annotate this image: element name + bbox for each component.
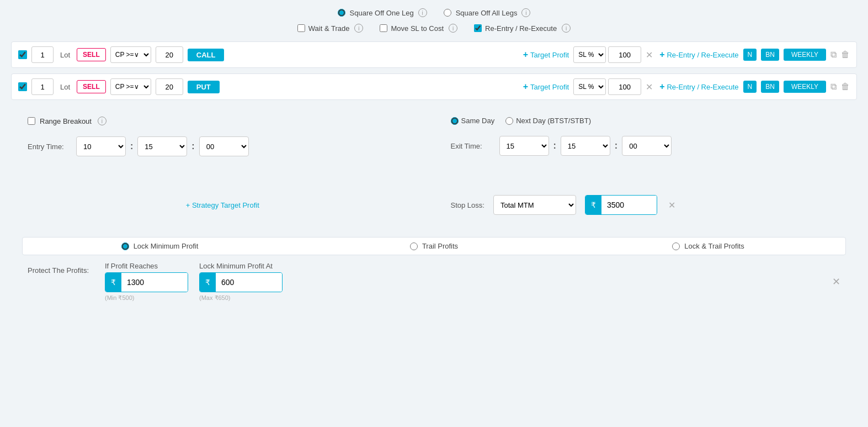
strategy-target-profit-label: + Strategy Target Profit xyxy=(186,201,259,209)
if-profit-reaches-hint: (Min ₹500) xyxy=(105,294,134,302)
exit-hour-select[interactable]: 15 09 10 11 12 13 14 16 xyxy=(499,136,549,156)
left-panel: Range Breakout i Entry Time: 10 09 11 12… xyxy=(11,106,434,173)
leg2-n-button[interactable]: N xyxy=(743,81,757,93)
leg2-lot-input[interactable] xyxy=(31,78,54,95)
next-day-text: Next Day (BTST/STBT) xyxy=(516,117,591,125)
entry-minute-select[interactable]: 15 00 05 10 20 25 30 35 40 45 50 55 xyxy=(137,136,187,156)
lock-trail-profits-radio[interactable] xyxy=(672,243,680,250)
protect-close-button[interactable]: ✕ xyxy=(832,276,840,288)
leg2-sl-close-button[interactable]: ✕ xyxy=(643,82,655,92)
square-off-all-legs-info-icon[interactable]: i xyxy=(521,8,530,17)
stop-loss-rupee-button[interactable]: ₹ xyxy=(585,196,601,214)
entry-colon-1: : xyxy=(130,141,133,151)
lock-min-profit-label[interactable]: Lock Minimum Profit xyxy=(134,242,199,250)
entry-hour-select[interactable]: 10 09 11 12 13 14 15 xyxy=(76,136,126,156)
leg2-reentry-button[interactable]: + Re-Entry / Re-Execute xyxy=(659,82,738,92)
lock-min-profit-at-rupee-button[interactable]: ₹ xyxy=(200,273,216,292)
square-off-one-leg-radio[interactable] xyxy=(338,9,345,17)
leg2-checkbox[interactable] xyxy=(18,82,27,91)
trail-profits-radio[interactable] xyxy=(410,243,418,250)
leg1-weekly-button[interactable]: WEEKLY xyxy=(784,49,826,61)
leg1-lot-input[interactable] xyxy=(31,46,54,63)
lock-min-profit-radio[interactable] xyxy=(121,243,129,250)
leg1-target-profit-button[interactable]: + Target Profit xyxy=(523,50,569,60)
leg2-lot-label: Lot xyxy=(58,83,72,91)
leg2-sl-value-input[interactable] xyxy=(608,78,641,95)
exit-second-select[interactable]: 00 05 10 15 30 45 xyxy=(622,136,672,156)
strategy-target-profit-button[interactable]: + Strategy Target Profit xyxy=(186,201,259,209)
wait-and-trade-checkbox[interactable] xyxy=(297,24,305,32)
range-breakout-info-icon[interactable]: i xyxy=(98,117,106,125)
leg2-copy-button[interactable]: ⧉ xyxy=(830,82,837,92)
lock-min-profit-at-input[interactable] xyxy=(216,273,282,292)
same-day-label[interactable]: Same Day xyxy=(451,117,495,125)
re-entry-re-execute-label[interactable]: Re-Entry / Re-Execute i xyxy=(474,24,571,33)
range-breakout-label: Range Breakout xyxy=(40,117,92,125)
square-off-all-legs-group: Square Off All Legs i xyxy=(444,8,531,17)
lock-trail-profits-tab[interactable]: Lock & Trail Profits xyxy=(571,242,845,250)
right-panel: Same Day Next Day (BTST/STBT) Exit Time:… xyxy=(434,106,858,173)
leg1-cp-select[interactable]: CP >=∨ CP <=∧ xyxy=(110,46,151,63)
leg2-bn-button[interactable]: BN xyxy=(761,81,779,93)
leg2-cp-select[interactable]: CP >=∨ CP <=∧ xyxy=(110,78,151,95)
stop-loss-value-input[interactable] xyxy=(601,196,657,214)
re-entry-re-execute-info-icon[interactable]: i xyxy=(562,24,571,33)
leg2-sl-type-select[interactable]: SL % SL ₹ xyxy=(573,78,606,95)
stop-loss-close-button[interactable]: ✕ xyxy=(666,200,678,210)
leg1-copy-button[interactable]: ⧉ xyxy=(830,50,837,60)
stop-loss-value-group: ₹ xyxy=(585,195,657,215)
if-profit-reaches-rupee-button[interactable]: ₹ xyxy=(105,273,121,292)
leg-row-2: Lot SELL CP >=∨ CP <=∧ PUT + Target Prof… xyxy=(11,73,857,100)
leg1-sl-value-input[interactable] xyxy=(608,46,641,63)
stop-loss-type-select[interactable]: Total MTM Per Trade xyxy=(493,195,576,215)
lock-trail-profits-label[interactable]: Lock & Trail Profits xyxy=(684,242,744,250)
leg2-target-profit-button[interactable]: + Target Profit xyxy=(523,82,569,92)
wait-and-trade-info-icon[interactable]: i xyxy=(354,24,363,33)
next-day-radio[interactable] xyxy=(505,117,513,125)
next-day-label[interactable]: Next Day (BTST/STBT) xyxy=(505,117,591,125)
lock-min-profit-tab[interactable]: Lock Minimum Profit xyxy=(23,242,297,250)
lock-min-profit-at-hint: (Max ₹650) xyxy=(199,294,231,302)
leg1-cp-value-input[interactable] xyxy=(156,46,183,63)
trail-profits-label[interactable]: Trail Profits xyxy=(422,242,458,250)
square-off-one-leg-info-icon[interactable]: i xyxy=(418,8,427,17)
leg2-weekly-button[interactable]: WEEKLY xyxy=(784,81,826,93)
leg1-sl-close-button[interactable]: ✕ xyxy=(643,50,655,60)
trail-profits-tab[interactable]: Trail Profits xyxy=(297,242,571,250)
protect-profits-label: Protect The Profits: xyxy=(28,262,94,275)
entry-time-label: Entry Time: xyxy=(28,143,72,151)
leg1-cp-dropdown[interactable]: CP >=∨ CP <=∧ xyxy=(111,47,151,62)
wait-and-trade-label[interactable]: Wait & Trade i xyxy=(297,24,364,33)
leg2-sell-button[interactable]: SELL xyxy=(77,80,106,93)
protect-section: Lock Minimum Profit Trail Profits Lock &… xyxy=(11,237,857,302)
range-breakout-checkbox[interactable] xyxy=(28,117,35,125)
leg1-call-button[interactable]: CALL xyxy=(188,49,225,61)
square-off-all-legs-radio[interactable] xyxy=(444,9,451,17)
square-off-one-leg-label[interactable]: Square Off One Leg i xyxy=(350,8,427,17)
move-sl-to-cost-info-icon[interactable]: i xyxy=(449,24,457,33)
leg1-reentry-button[interactable]: + Re-Entry / Re-Execute xyxy=(659,50,738,60)
leg2-put-button[interactable]: PUT xyxy=(188,81,220,93)
leg2-cp-dropdown[interactable]: CP >=∨ CP <=∧ xyxy=(111,79,151,94)
move-sl-to-cost-label[interactable]: Move SL to Cost i xyxy=(380,24,457,33)
entry-colon-2: : xyxy=(191,141,194,151)
exit-time-row: Exit Time: 15 09 10 11 12 13 14 16 : 15 … xyxy=(451,136,841,156)
lock-min-profit-at-group: Lock Minimum Profit At ₹ (Max ₹650) xyxy=(199,262,283,302)
leg2-delete-button[interactable]: 🗑 xyxy=(841,82,850,92)
leg1-sell-button[interactable]: SELL xyxy=(77,48,106,61)
exit-colon-2: : xyxy=(615,141,617,151)
leg1-delete-button[interactable]: 🗑 xyxy=(841,50,850,60)
leg1-checkbox[interactable] xyxy=(18,50,27,59)
exit-minute-select[interactable]: 15 00 05 10 20 25 30 35 40 45 50 55 xyxy=(561,136,610,156)
if-profit-reaches-input[interactable] xyxy=(121,273,188,292)
leg1-n-button[interactable]: N xyxy=(743,49,757,61)
entry-second-select[interactable]: 00 05 10 15 30 45 xyxy=(199,136,249,156)
leg1-target-profit-plus-icon: + xyxy=(523,50,528,60)
leg2-cp-value-input[interactable] xyxy=(156,78,183,95)
leg1-sl-type-select[interactable]: SL % SL ₹ xyxy=(573,46,606,63)
leg1-bn-button[interactable]: BN xyxy=(761,49,779,61)
re-entry-re-execute-checkbox[interactable] xyxy=(474,24,482,32)
same-day-radio[interactable] xyxy=(451,117,459,125)
square-off-all-legs-label[interactable]: Square Off All Legs i xyxy=(456,8,531,17)
move-sl-to-cost-checkbox[interactable] xyxy=(380,24,387,32)
